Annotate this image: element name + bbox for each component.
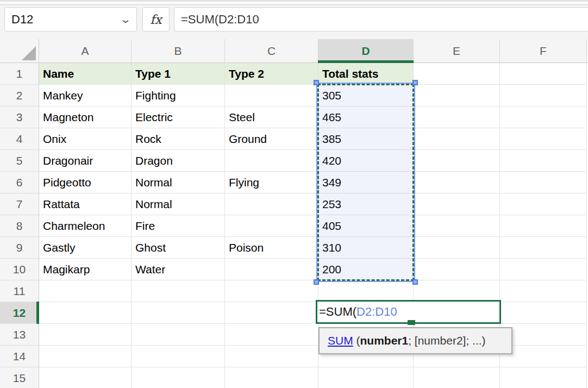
name-box[interactable]: D12 ⌄ (4, 7, 137, 32)
row-header-15[interactable]: 15 (0, 367, 39, 388)
cell-F7[interactable] (500, 193, 587, 215)
cell-F10[interactable] (500, 259, 587, 280)
cell-D1[interactable]: Total stats (318, 63, 414, 85)
cell-F9[interactable] (500, 237, 587, 259)
cell-B13[interactable] (132, 324, 225, 346)
cell-C11[interactable] (225, 280, 318, 302)
selection-handle-bottom-left[interactable] (314, 279, 319, 285)
cell-F11[interactable] (500, 280, 587, 302)
cell-A14[interactable] (39, 346, 132, 367)
row-header-14[interactable]: 14 (0, 346, 39, 367)
cell-A8[interactable]: Charmeleon (39, 215, 132, 237)
cell-C12[interactable] (225, 302, 318, 324)
cell-C14[interactable] (225, 346, 318, 367)
cell-E10[interactable] (414, 259, 500, 280)
col-header-A[interactable]: A (39, 39, 132, 62)
cell-B4[interactable]: Rock (132, 128, 225, 150)
fx-button[interactable]: fx (142, 7, 170, 32)
cell-F14[interactable] (500, 346, 587, 367)
fill-handle[interactable] (408, 320, 415, 325)
row-header-7[interactable]: 7 (0, 193, 39, 215)
row-header-8[interactable]: 8 (0, 215, 39, 237)
cell-C6[interactable]: Flying (225, 172, 318, 193)
cell-E9[interactable] (414, 237, 500, 259)
cell-A7[interactable]: Rattata (39, 193, 132, 215)
col-header-F[interactable]: F (500, 39, 587, 62)
selection-handle-bottom-right[interactable] (412, 279, 418, 285)
cell-E4[interactable] (414, 128, 500, 150)
cell-C10[interactable] (225, 259, 318, 280)
cell-B11[interactable] (132, 280, 225, 302)
cell-A13[interactable] (39, 324, 132, 346)
cell-B6[interactable]: Normal (132, 172, 225, 193)
cell-E5[interactable] (414, 150, 500, 172)
formula-bar[interactable]: =SUM(D2:D10 (174, 7, 588, 32)
cell-A6[interactable]: Pidgeotto (39, 172, 132, 193)
cell-A5[interactable]: Dragonair (39, 150, 132, 172)
row-header-5[interactable]: 5 (0, 150, 39, 172)
cell-E2[interactable] (414, 85, 500, 107)
cell-F4[interactable] (500, 128, 587, 150)
cell-C9[interactable]: Poison (225, 237, 318, 259)
row-header-11[interactable]: 11 (0, 280, 39, 302)
cell-F6[interactable] (500, 172, 587, 193)
cell-D11[interactable] (318, 280, 414, 302)
cell-F3[interactable] (500, 107, 587, 128)
col-header-B[interactable]: B (132, 39, 225, 62)
col-header-D[interactable]: D (318, 39, 414, 62)
cell-B9[interactable]: Ghost (132, 237, 225, 259)
cell-C13[interactable] (225, 324, 318, 346)
chevron-down-icon[interactable]: ⌄ (120, 14, 132, 24)
row-header-13[interactable]: 13 (0, 324, 39, 346)
row-header-12[interactable]: 12 (0, 302, 39, 324)
row-header-1[interactable]: 1 (0, 63, 39, 85)
row-header-2[interactable]: 2 (0, 85, 39, 107)
cell-A15[interactable] (39, 367, 132, 388)
cell-A1[interactable]: Name (39, 63, 132, 85)
cell-F12[interactable] (500, 302, 587, 324)
row-header-6[interactable]: 6 (0, 172, 39, 193)
cell-E7[interactable] (414, 193, 500, 215)
selection-range-overlay[interactable] (316, 83, 415, 282)
cell-B12[interactable] (132, 302, 225, 324)
cell-E11[interactable] (414, 280, 500, 302)
selection-handle-top-right[interactable] (412, 80, 418, 85)
cell-B8[interactable]: Fire (132, 215, 225, 237)
col-header-E[interactable]: E (414, 39, 500, 62)
cell-B2[interactable]: Fighting (132, 85, 225, 107)
cell-C7[interactable] (225, 193, 318, 215)
cell-A3[interactable]: Magneton (39, 107, 132, 128)
cell-F5[interactable] (500, 150, 587, 172)
cell-A2[interactable]: Mankey (39, 85, 132, 107)
cell-C8[interactable] (225, 215, 318, 237)
col-header-C[interactable]: C (225, 39, 318, 62)
cell-B10[interactable]: Water (132, 259, 225, 280)
cell-C1[interactable]: Type 2 (225, 63, 318, 85)
cell-B3[interactable]: Electric (132, 107, 225, 128)
cell-E15[interactable] (414, 367, 500, 388)
row-header-9[interactable]: 9 (0, 237, 39, 259)
cell-F2[interactable] (500, 85, 587, 107)
cell-B1[interactable]: Type 1 (132, 63, 225, 85)
cell-C5[interactable] (225, 150, 318, 172)
cell-A11[interactable] (39, 280, 132, 302)
sum-function-link[interactable]: SUM (328, 334, 353, 347)
cell-F1[interactable] (500, 63, 587, 85)
row-header-4[interactable]: 4 (0, 128, 39, 150)
cell-C15[interactable] (225, 367, 318, 388)
row-header-10[interactable]: 10 (0, 259, 39, 280)
row-header-3[interactable]: 3 (0, 107, 39, 128)
cell-F15[interactable] (500, 367, 587, 388)
cell-D15[interactable] (318, 367, 414, 388)
cell-C2[interactable] (225, 85, 318, 107)
cell-B15[interactable] (132, 367, 225, 388)
cell-A9[interactable]: Gastly (39, 237, 132, 259)
cell-E8[interactable] (414, 215, 500, 237)
cell-A4[interactable]: Onix (39, 128, 132, 150)
cell-B5[interactable]: Dragon (132, 150, 225, 172)
cell-E3[interactable] (414, 107, 500, 128)
select-all-corner[interactable] (0, 39, 39, 62)
cell-B14[interactable] (132, 346, 225, 367)
selection-handle-top-left[interactable] (314, 80, 319, 85)
cell-C4[interactable]: Ground (225, 128, 318, 150)
